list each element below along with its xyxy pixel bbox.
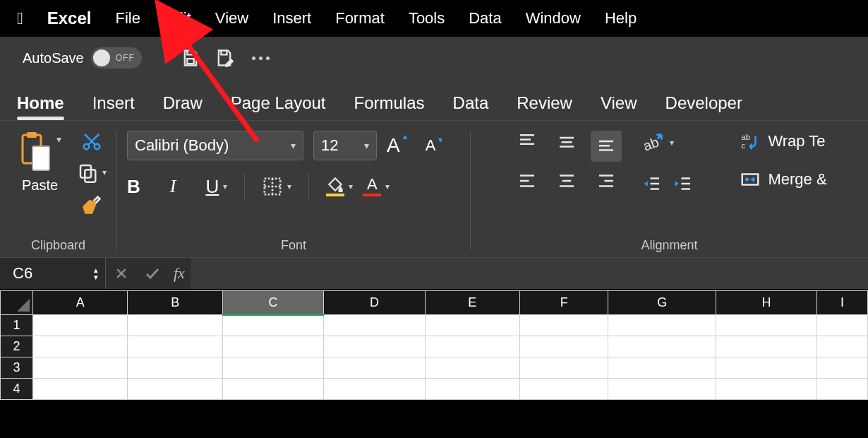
cell[interactable] [520, 336, 608, 357]
row-header-4[interactable]: 4 [1, 379, 33, 400]
col-header-I[interactable]: I [817, 291, 868, 315]
cell[interactable] [222, 357, 323, 379]
fill-color-button[interactable]: ▾ [326, 177, 353, 196]
cell[interactable] [608, 357, 716, 379]
col-header-D[interactable]: D [324, 291, 425, 315]
copy-button[interactable]: ▾ [77, 162, 107, 183]
align-center-icon[interactable] [551, 170, 582, 201]
name-box[interactable]: C6 ▴▾ [0, 258, 106, 289]
font-name-dropdown[interactable]: Calibri (Body) ▾ [127, 131, 303, 160]
name-box-stepper[interactable]: ▴▾ [94, 266, 98, 280]
menu-help[interactable]: Help [605, 9, 637, 28]
decrease-indent-icon[interactable] [641, 173, 663, 194]
cell[interactable] [222, 315, 323, 336]
cell[interactable] [716, 315, 816, 336]
col-header-B[interactable]: B [128, 291, 222, 315]
underline-button[interactable]: U ▾ [205, 176, 227, 198]
font-color-button[interactable]: A ▾ [363, 177, 390, 196]
menu-edit[interactable]: Edit [164, 9, 191, 28]
save-as-icon[interactable] [214, 47, 235, 69]
cell[interactable] [33, 379, 128, 400]
cell[interactable] [716, 336, 816, 357]
enter-formula-icon[interactable] [137, 258, 168, 289]
merge-center-button[interactable]: Merge & [740, 169, 826, 190]
formula-input[interactable] [191, 258, 868, 289]
cell[interactable] [324, 357, 425, 379]
col-header-A[interactable]: A [33, 291, 128, 315]
cell[interactable] [425, 379, 519, 400]
cell[interactable] [716, 379, 816, 400]
row-header-2[interactable]: 2 [1, 336, 33, 357]
autosave-toggle[interactable]: AutoSave OFF [23, 47, 142, 69]
increase-font-icon[interactable]: A▴ [387, 134, 400, 157]
tab-developer[interactable]: Developer [665, 93, 742, 120]
paste-caret-icon[interactable]: ▾ [56, 131, 61, 145]
menu-format[interactable]: Format [335, 9, 385, 28]
select-all-corner[interactable] [1, 291, 33, 315]
cell[interactable] [425, 315, 519, 336]
menu-file[interactable]: File [115, 9, 140, 28]
cell[interactable] [324, 336, 425, 357]
cell[interactable] [128, 379, 222, 400]
cell[interactable] [222, 379, 323, 400]
cell[interactable] [608, 315, 716, 336]
spreadsheet-grid[interactable]: A B C D E F G H I 1 2 3 4 [0, 290, 868, 438]
cell[interactable] [608, 336, 716, 357]
tab-page-layout[interactable]: Page Layout [231, 93, 326, 120]
menu-tools[interactable]: Tools [409, 9, 445, 28]
tab-view[interactable]: View [601, 93, 637, 120]
cell[interactable] [33, 336, 128, 357]
col-header-C[interactable]: C [222, 291, 323, 315]
tab-insert[interactable]: Insert [92, 93, 135, 120]
bold-button[interactable]: B [127, 176, 140, 198]
paste-button[interactable]: ▾ Paste [10, 131, 70, 194]
tab-data[interactable]: Data [453, 93, 489, 120]
cell[interactable] [324, 315, 425, 336]
cell[interactable] [520, 379, 608, 400]
menu-window[interactable]: Window [526, 9, 581, 28]
cell[interactable] [716, 357, 816, 379]
borders-button[interactable]: ▾ [262, 176, 291, 197]
cell[interactable] [222, 336, 323, 357]
apple-menu-icon[interactable]:  [17, 8, 23, 28]
menu-view[interactable]: View [215, 9, 248, 28]
align-right-icon[interactable] [591, 170, 622, 201]
cell[interactable] [128, 336, 222, 357]
customize-qat-icon[interactable] [252, 57, 270, 60]
tab-home[interactable]: Home [17, 93, 64, 120]
copy-caret-icon[interactable]: ▾ [102, 167, 107, 177]
cell[interactable] [425, 336, 519, 357]
cell[interactable] [817, 379, 868, 400]
row-header-3[interactable]: 3 [1, 357, 33, 379]
fx-label[interactable]: fx [168, 264, 191, 283]
tab-draw[interactable]: Draw [163, 93, 203, 120]
tab-formulas[interactable]: Formulas [354, 93, 425, 120]
cell[interactable] [324, 379, 425, 400]
cut-icon[interactable] [81, 131, 102, 152]
app-name[interactable]: Excel [47, 8, 92, 28]
increase-indent-icon[interactable] [673, 173, 694, 194]
menu-data[interactable]: Data [469, 9, 501, 28]
row-header-1[interactable]: 1 [1, 315, 33, 336]
cell[interactable] [817, 336, 868, 357]
align-top-icon[interactable] [512, 131, 543, 162]
cell[interactable] [817, 315, 868, 336]
col-header-E[interactable]: E [425, 291, 519, 315]
cell[interactable] [520, 315, 608, 336]
autosave-switch[interactable]: OFF [91, 47, 142, 69]
cell[interactable] [425, 357, 519, 379]
col-header-G[interactable]: G [608, 291, 716, 315]
cancel-formula-icon[interactable] [106, 258, 137, 289]
tab-review[interactable]: Review [517, 93, 572, 120]
cell[interactable] [520, 357, 608, 379]
align-left-icon[interactable] [512, 170, 543, 201]
cell[interactable] [33, 357, 128, 379]
cell[interactable] [128, 315, 222, 336]
cell[interactable] [608, 379, 716, 400]
orientation-button[interactable]: ab ▾ [641, 131, 694, 155]
save-icon[interactable] [180, 47, 201, 69]
italic-button[interactable]: I [170, 176, 176, 197]
col-header-F[interactable]: F [520, 291, 608, 315]
wrap-text-button[interactable]: ab c Wrap Te [740, 131, 826, 152]
menu-insert[interactable]: Insert [272, 9, 311, 28]
